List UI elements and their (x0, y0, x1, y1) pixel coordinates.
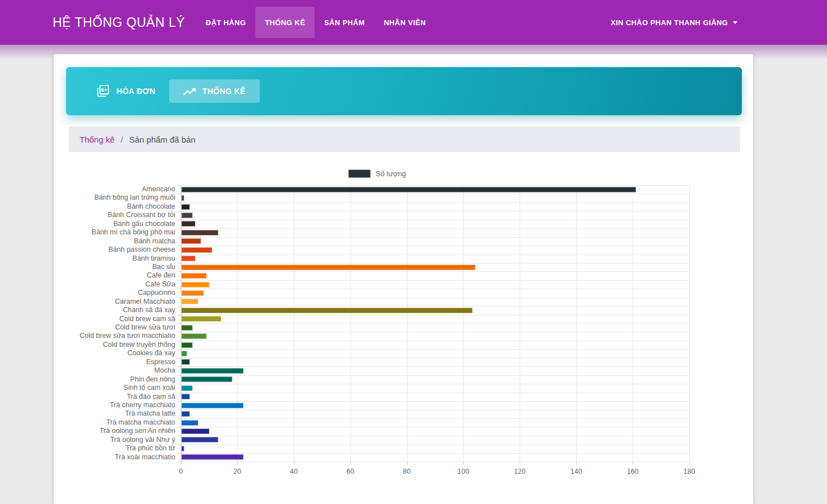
app-title: HỆ THỐNG QUẢN LÝ (53, 15, 185, 30)
trending-up-icon (183, 87, 196, 96)
y-axis-label: Cookies đá xay (54, 349, 175, 357)
bar (181, 376, 232, 382)
bar (181, 282, 209, 288)
gridline-h (181, 349, 689, 350)
y-axis-label: Trà phúc bồn tử (54, 444, 175, 453)
gridline-h (181, 332, 689, 332)
app-header: HỆ THỐNG QUẢN LÝ ĐẶT HÀNG THỐNG KÊ SẢN P… (0, 0, 827, 45)
gridline-h (181, 194, 689, 194)
gridline-h (181, 255, 689, 255)
bar (181, 359, 190, 365)
bar (181, 256, 195, 261)
bar (181, 238, 201, 244)
gridline-h (181, 271, 689, 272)
nav-item-label: SẢN PHẨM (324, 18, 365, 27)
chart-legend[interactable]: Số lượng (348, 169, 406, 178)
y-axis-label: Bạc sỉu (54, 263, 175, 271)
tab-label: THỐNG KÊ (202, 87, 245, 96)
x-tick-label: 40 (283, 468, 305, 475)
gridline-h (181, 444, 689, 445)
y-axis-label: Cold brew truyền thống (54, 341, 175, 349)
breadcrumb: Thống kê / Sản phẩm đã bán (69, 126, 740, 152)
y-axis-label: Cafe Sữa (54, 280, 175, 289)
bar (181, 308, 473, 313)
x-tick-label: 140 (565, 468, 587, 475)
y-axis-label: Bánh matcha (54, 237, 175, 246)
nav-item-label: ĐẶT HÀNG (205, 18, 246, 27)
bar (181, 273, 207, 279)
bar (181, 385, 193, 391)
bar (181, 446, 184, 451)
gridline-h (181, 237, 689, 238)
y-axis-label: Bánh passion cheese (54, 246, 175, 254)
y-axis-label: Cold brew cam sả (54, 315, 175, 323)
gridline-h (181, 366, 689, 367)
nav-item-label: NHÂN VIÊN (384, 18, 426, 27)
tab-hoa-don[interactable]: 9+ HÓA ĐƠN (81, 77, 169, 106)
bar (181, 187, 636, 192)
bar (181, 316, 221, 322)
gridline-h (181, 358, 689, 359)
x-tick-label: 80 (396, 468, 418, 475)
tab-thong-ke[interactable]: THỐNG KÊ (169, 79, 259, 103)
gridline-h (181, 211, 689, 211)
nav-item-nhan-vien[interactable]: NHÂN VIÊN (375, 7, 436, 38)
y-axis-label: Trà matcha latte (54, 409, 175, 418)
gridline-h (181, 246, 689, 246)
toolbar-panel: 9+ HÓA ĐƠN THỐNG KÊ (66, 67, 742, 115)
bar (181, 290, 204, 296)
gridline-h (181, 228, 689, 229)
x-tick-label: 180 (678, 468, 700, 475)
gridline-h (181, 461, 689, 462)
gridline-h (181, 453, 689, 454)
legend-swatch (348, 169, 371, 178)
y-axis-label: Trà xoài macchiatio (54, 453, 175, 461)
nav-item-thong-ke[interactable]: THỐNG KÊ (255, 7, 315, 38)
gridline-h (181, 263, 689, 263)
bar (181, 420, 198, 426)
bar (181, 394, 190, 399)
bar (181, 195, 184, 201)
gridline-h (181, 409, 689, 410)
bar (181, 368, 244, 374)
x-tick-label: 20 (226, 468, 249, 475)
gridline-h (181, 427, 689, 427)
y-axis-label: Bánh mì chà bông phô mai (54, 228, 175, 237)
y-axis-label: Trà matcha macchiato (54, 418, 175, 427)
bar (181, 403, 244, 408)
y-axis-label: Mocha (54, 366, 175, 375)
gridline-h (181, 289, 689, 289)
bar (181, 299, 198, 304)
user-menu[interactable]: XIN CHÀO PHAN THANH GIẢNG (611, 18, 737, 27)
x-tick-label: 160 (622, 468, 644, 475)
gridline-h (181, 185, 689, 186)
x-tick-label: 120 (508, 468, 531, 475)
y-axis-label: Cold brew sữa tươi (54, 323, 175, 332)
bar (181, 230, 218, 235)
x-tick-label: 60 (339, 468, 362, 475)
breadcrumb-link-thong-ke[interactable]: Thống kê (80, 135, 115, 144)
gridline-h (181, 280, 689, 281)
nav-item-san-pham[interactable]: SẢN PHẨM (315, 7, 375, 38)
caret-down-icon (733, 21, 737, 24)
y-axis-label: Phin đen nóng (54, 375, 175, 384)
axis-tick (177, 461, 181, 462)
bar (181, 204, 190, 210)
gridline-h (181, 341, 689, 341)
y-axis-label: Cappucinno (54, 289, 175, 297)
gridline-h (181, 306, 689, 307)
bar (181, 454, 244, 460)
gridline-h (181, 202, 689, 203)
y-axis-label: Bánh Croissant bơ tỏi (54, 211, 175, 219)
nav-item-dat-hang[interactable]: ĐẶT HÀNG (196, 7, 255, 38)
bar (181, 351, 187, 356)
bar (181, 247, 212, 253)
y-axis-label: Sinh tố cam xoài (54, 384, 175, 392)
bar (181, 437, 218, 442)
gridline-h (181, 375, 689, 376)
main-nav: ĐẶT HÀNG THỐNG KÊ SẢN PHẨM NHÂN VIÊN (196, 7, 435, 38)
bar (181, 428, 209, 434)
y-axis-label: Cafe đen (54, 271, 175, 280)
breadcrumb-separator: / (121, 135, 123, 144)
gridline-v (689, 185, 690, 461)
